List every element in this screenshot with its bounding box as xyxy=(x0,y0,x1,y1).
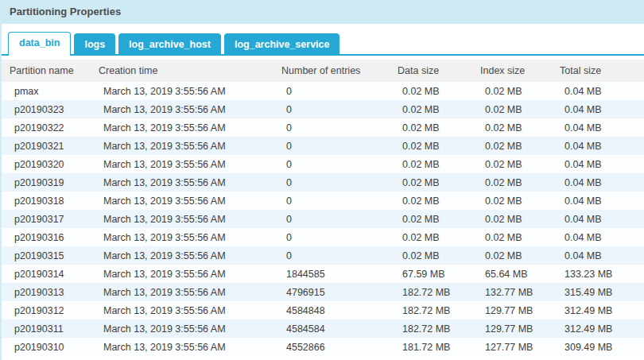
table-row: p20190313March 13, 2019 3:55:56 AM479691… xyxy=(2,283,644,301)
cell-data-size: 0.02 MB xyxy=(390,155,472,173)
table-row: p20190321March 13, 2019 3:55:56 AM00.02 … xyxy=(2,137,644,155)
cell-total-size: 0.04 MB xyxy=(552,155,644,173)
cell-number-of-entries: 0 xyxy=(274,228,390,246)
cell-total-size: 312.49 MB xyxy=(552,301,644,319)
cell-total-size: 133.23 MB xyxy=(552,265,644,283)
cell-data-size: 67.59 MB xyxy=(390,265,472,283)
cell-data-size: 182.72 MB xyxy=(390,319,472,338)
cell-partition-name: pmax xyxy=(2,82,91,100)
table-row: p20190317March 13, 2019 3:55:56 AM00.02 … xyxy=(2,210,644,228)
cell-number-of-entries: 4796915 xyxy=(274,283,390,301)
cell-data-size: 181.72 MB xyxy=(390,338,472,356)
cell-creation-time: March 13, 2019 3:55:56 AM xyxy=(91,246,274,265)
cell-data-size: 0.02 MB xyxy=(390,192,472,210)
cell-data-size: 0.02 MB xyxy=(390,137,472,155)
table-header-row: Partition nameCreation timeNumber of ent… xyxy=(2,60,644,82)
cell-index-size: 129.77 MB xyxy=(472,301,552,319)
cell-total-size: 0.04 MB xyxy=(552,82,644,100)
table-body: pmaxMarch 13, 2019 3:55:56 AM00.02 MB0.0… xyxy=(2,82,644,356)
table-row: p20190314March 13, 2019 3:55:56 AM184458… xyxy=(2,265,644,283)
table-row: p20190322March 13, 2019 3:55:56 AM00.02 … xyxy=(2,118,644,137)
cell-index-size: 129.77 MB xyxy=(472,319,552,338)
table-row: p20190319March 13, 2019 3:55:56 AM00.02 … xyxy=(2,173,644,192)
cell-partition-name: p20190317 xyxy=(2,210,91,228)
cell-total-size: 0.04 MB xyxy=(552,228,644,246)
cell-number-of-entries: 0 xyxy=(274,246,390,265)
cell-creation-time: March 13, 2019 3:55:56 AM xyxy=(91,301,274,319)
cell-index-size: 0.02 MB xyxy=(472,82,552,100)
cell-number-of-entries: 0 xyxy=(274,137,390,155)
tab-log_archive_host[interactable]: log_archive_host xyxy=(118,33,221,56)
cell-total-size: 0.04 MB xyxy=(552,246,644,265)
cell-index-size: 0.02 MB xyxy=(472,192,552,210)
cell-index-size: 127.77 MB xyxy=(472,338,552,356)
cell-creation-time: March 13, 2019 3:55:56 AM xyxy=(91,283,274,301)
cell-number-of-entries: 0 xyxy=(274,100,390,118)
partitioning-properties-panel: Partitioning Properties data_binlogslog_… xyxy=(0,0,644,360)
cell-creation-time: March 13, 2019 3:55:56 AM xyxy=(91,265,274,283)
cell-total-size: 309.49 MB xyxy=(552,338,644,356)
cell-index-size: 0.02 MB xyxy=(472,137,552,155)
cell-data-size: 0.02 MB xyxy=(390,118,472,137)
cell-data-size: 0.02 MB xyxy=(390,246,472,265)
table-row: p20190318March 13, 2019 3:55:56 AM00.02 … xyxy=(2,192,644,210)
tab-bar: data_binlogslog_archive_hostlog_archive_… xyxy=(2,24,644,56)
cell-creation-time: March 13, 2019 3:55:56 AM xyxy=(91,192,274,210)
cell-partition-name: p20190311 xyxy=(2,319,91,338)
table-row: p20190320March 13, 2019 3:55:56 AM00.02 … xyxy=(2,155,644,173)
table-row: p20190312March 13, 2019 3:55:56 AM458484… xyxy=(2,301,644,319)
cell-index-size: 0.02 MB xyxy=(472,210,552,228)
table-row: p20190316March 13, 2019 3:55:56 AM00.02 … xyxy=(2,228,644,246)
cell-creation-time: March 13, 2019 3:55:56 AM xyxy=(91,210,274,228)
tab-log_archive_service[interactable]: log_archive_service xyxy=(224,33,340,56)
cell-creation-time: March 13, 2019 3:55:56 AM xyxy=(91,228,274,246)
table-row: p20190310March 13, 2019 3:55:56 AM455286… xyxy=(2,338,644,356)
cell-index-size: 0.02 MB xyxy=(472,118,552,137)
cell-number-of-entries: 4584584 xyxy=(274,319,390,338)
cell-data-size: 0.02 MB xyxy=(390,228,472,246)
cell-data-size: 0.02 MB xyxy=(390,210,472,228)
cell-data-size: 182.72 MB xyxy=(390,301,472,319)
cell-data-size: 0.02 MB xyxy=(390,82,472,100)
cell-creation-time: March 13, 2019 3:55:56 AM xyxy=(91,118,274,137)
cell-partition-name: p20190315 xyxy=(2,246,91,265)
cell-creation-time: March 13, 2019 3:55:56 AM xyxy=(91,338,274,356)
cell-creation-time: March 13, 2019 3:55:56 AM xyxy=(91,319,274,338)
column-header-total-size: Total size xyxy=(552,60,644,82)
cell-number-of-entries: 0 xyxy=(274,173,390,192)
cell-data-size: 0.02 MB xyxy=(390,100,472,118)
cell-partition-name: p20190318 xyxy=(2,192,91,210)
cell-total-size: 0.04 MB xyxy=(552,210,644,228)
cell-number-of-entries: 0 xyxy=(274,210,390,228)
cell-creation-time: March 13, 2019 3:55:56 AM xyxy=(91,173,274,192)
table-row: p20190323March 13, 2019 3:55:56 AM00.02 … xyxy=(2,100,644,118)
partitions-table: Partition nameCreation timeNumber of ent… xyxy=(2,60,644,356)
cell-partition-name: p20190312 xyxy=(2,301,91,319)
cell-index-size: 132.77 MB xyxy=(472,283,552,301)
table-row: p20190311March 13, 2019 3:55:56 AM458458… xyxy=(2,319,644,338)
cell-total-size: 0.04 MB xyxy=(552,118,644,137)
tab-data_bin[interactable]: data_bin xyxy=(8,32,71,56)
cell-index-size: 65.64 MB xyxy=(472,265,552,283)
cell-data-size: 182.72 MB xyxy=(390,283,472,301)
cell-partition-name: p20190322 xyxy=(2,118,91,137)
cell-number-of-entries: 1844585 xyxy=(274,265,390,283)
cell-index-size: 0.02 MB xyxy=(472,228,552,246)
column-header-data-size: Data size xyxy=(390,60,472,82)
cell-total-size: 0.04 MB xyxy=(552,192,644,210)
cell-number-of-entries: 4552866 xyxy=(274,338,390,356)
cell-data-size: 0.02 MB xyxy=(390,173,472,192)
cell-total-size: 312.49 MB xyxy=(552,319,644,338)
cell-number-of-entries: 0 xyxy=(274,192,390,210)
cell-partition-name: p20190314 xyxy=(2,265,91,283)
tab-logs[interactable]: logs xyxy=(74,33,115,56)
cell-index-size: 0.02 MB xyxy=(472,246,552,265)
table-row: p20190315March 13, 2019 3:55:56 AM00.02 … xyxy=(2,246,644,265)
column-header-index-size: Index size xyxy=(472,60,552,82)
cell-number-of-entries: 0 xyxy=(274,118,390,137)
table-row: pmaxMarch 13, 2019 3:55:56 AM00.02 MB0.0… xyxy=(2,82,644,100)
cell-index-size: 0.02 MB xyxy=(472,155,552,173)
cell-total-size: 0.04 MB xyxy=(552,173,644,192)
cell-number-of-entries: 0 xyxy=(274,82,390,100)
cell-number-of-entries: 0 xyxy=(274,155,390,173)
